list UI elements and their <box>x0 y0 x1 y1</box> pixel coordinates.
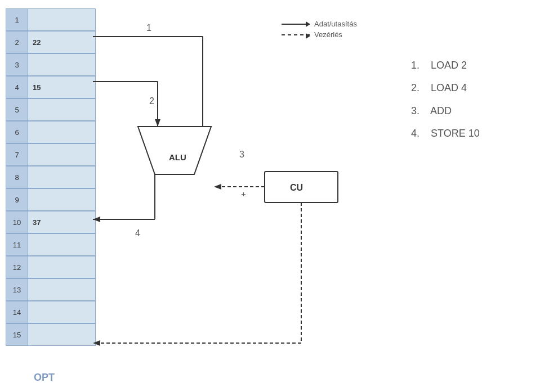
row-value <box>28 143 96 166</box>
memory-row: 415 <box>6 76 101 98</box>
row-value <box>28 98 96 121</box>
memory-row: 12 <box>6 256 101 278</box>
row-number: 12 <box>6 256 28 278</box>
svg-marker-6 <box>155 119 160 127</box>
memory-row: 9 <box>6 188 101 211</box>
memory-row: 8 <box>6 166 101 188</box>
row-number: 4 <box>6 76 28 98</box>
row-number: 9 <box>6 188 28 211</box>
instruction-item: 3. ADD <box>411 102 480 120</box>
memory-row: 11 <box>6 233 101 256</box>
memory-row: 6 <box>6 121 101 143</box>
row-number: 2 <box>6 31 28 53</box>
row-value <box>28 121 96 143</box>
memory-row: 1 <box>6 8 101 31</box>
memory-row: 15 <box>6 323 101 346</box>
memory-row: 7 <box>6 143 101 166</box>
svg-marker-18 <box>93 340 100 346</box>
svg-marker-21 <box>93 217 100 222</box>
row-value <box>28 233 96 256</box>
row-value <box>28 256 96 278</box>
instruction-item: 2. LOAD 4 <box>411 79 480 97</box>
row-value <box>28 301 96 323</box>
row-number: 10 <box>6 211 28 233</box>
row-value <box>28 8 96 31</box>
row-number: 11 <box>6 233 28 256</box>
svg-text:+: + <box>241 189 246 199</box>
row-value: 15 <box>28 76 96 98</box>
row-number: 13 <box>6 278 28 301</box>
instruction-item: 1. LOAD 2 <box>411 56 480 74</box>
svg-text:3: 3 <box>239 150 244 159</box>
memory-row: 1037 <box>6 211 101 233</box>
svg-marker-13 <box>214 184 221 190</box>
svg-text:1: 1 <box>146 23 151 33</box>
svg-text:ALU: ALU <box>169 152 186 162</box>
row-value <box>28 323 96 346</box>
row-value: 37 <box>28 211 96 233</box>
memory-row: 14 <box>6 301 101 323</box>
opt-label: OPT <box>34 372 55 384</box>
row-number: 1 <box>6 8 28 31</box>
row-number: 6 <box>6 121 28 143</box>
memory-table: 122234155678910371112131415 <box>6 8 101 346</box>
row-number: 14 <box>6 301 28 323</box>
instruction-text: LOAD 4 <box>425 82 467 93</box>
memory-row: 3 <box>6 53 101 76</box>
row-number: 7 <box>6 143 28 166</box>
row-value <box>28 166 96 188</box>
row-number: 8 <box>6 166 28 188</box>
diagram-svg: 1 2 ALU CU 3 + 4 <box>90 6 417 377</box>
svg-marker-8 <box>138 127 211 174</box>
memory-row: 222 <box>6 31 101 53</box>
memory-row: 13 <box>6 278 101 301</box>
row-number: 15 <box>6 323 28 346</box>
row-value <box>28 278 96 301</box>
row-value: 22 <box>28 31 96 53</box>
row-number: 3 <box>6 53 28 76</box>
main-container: 122234155678910371112131415 OPT Adat/uta… <box>0 0 540 392</box>
instructions-list: 1. LOAD 22. LOAD 43. ADD4. STORE 10 <box>411 56 480 147</box>
svg-text:2: 2 <box>149 96 154 106</box>
instruction-text: LOAD 2 <box>425 60 467 71</box>
row-value <box>28 188 96 211</box>
instruction-item: 4. STORE 10 <box>411 124 480 142</box>
svg-text:CU: CU <box>290 183 303 192</box>
svg-text:4: 4 <box>135 228 140 238</box>
row-number: 5 <box>6 98 28 121</box>
memory-row: 5 <box>6 98 101 121</box>
instruction-text: ADD <box>425 105 452 116</box>
row-value <box>28 53 96 76</box>
instruction-text: STORE 10 <box>425 128 480 139</box>
